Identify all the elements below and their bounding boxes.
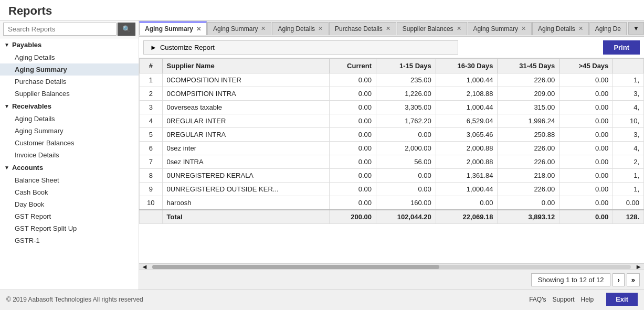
cell-gt45: 0.00 [559,128,613,142]
cell-num: 6 [140,142,163,155]
hscroll-thumb [152,265,439,269]
section-receivables[interactable]: ▼ Receivables [0,100,139,113]
cell-1-15: 2,000.00 [376,142,436,155]
cell-1-15: 160.00 [376,196,436,210]
cell-16-30: 6,529.04 [436,114,498,128]
cell-gt45: 0.00 [559,73,613,87]
cell-16-30: 2,000.88 [436,142,498,155]
footer-help-link[interactable]: Help [580,296,594,303]
accounts-arrow: ▼ [4,165,9,170]
customize-report-button[interactable]: ► Customize Report [143,40,458,55]
payables-arrow: ▼ [4,42,9,48]
tab-close-2[interactable]: ✕ [261,25,266,32]
print-button[interactable]: Print [603,40,640,55]
tab-close-1[interactable]: ✕ [196,26,201,33]
sidebar-item-invoice-details[interactable]: Invoice Details [0,149,139,161]
search-button[interactable]: 🔍 [118,23,135,36]
cell-current: 0.00 [330,169,376,183]
table-row: 3 0overseas taxable 0.00 3,305.00 1,000.… [140,101,644,114]
sidebar-item-aging-details-receivables[interactable]: Aging Details [0,113,139,125]
sidebar-item-aging-details-payables[interactable]: Aging Details [0,51,139,63]
section-accounts[interactable]: ▼ Accounts [0,161,139,174]
content-area: Aging Summary ✕ Aging Summary ✕ Aging De… [139,20,644,290]
search-bar: 🔍 [0,20,139,38]
cell-supplier-name: haroosh [162,196,330,210]
sidebar-item-customer-balances[interactable]: Customer Balances [0,137,139,149]
cell-num: 1 [140,73,163,87]
cell-supplier-name: 0REGULAR INTER [162,114,330,128]
footer-support-link[interactable]: Support [552,296,574,303]
report-toolbar: ► Customize Report Print [139,37,644,58]
cell-31-45: 226.00 [498,73,559,87]
cell-31-45: 209.00 [498,87,559,101]
tab-supplier-balances[interactable]: Supplier Balances ✕ [397,22,467,35]
accounts-label: Accounts [12,164,43,172]
customize-label: Customize Report [160,44,215,51]
cell-current: 0.00 [330,196,376,210]
section-payables[interactable]: ▼ Payables [0,38,139,51]
exit-button[interactable]: Exit [606,293,638,306]
cell-16-30: 2,108.88 [436,87,498,101]
tab-aging-de[interactable]: Aging De [589,22,627,35]
cell-supplier-name: 0COMPOSITION INTER [162,73,330,87]
cell-16-30: 1,000.44 [436,73,498,87]
cell-31-45: 226.00 [498,183,559,196]
cell-gt45: 0.00 [559,155,613,169]
tab-close-6[interactable]: ✕ [521,25,526,32]
tab-dropdown[interactable]: ▼ [628,22,644,35]
table-row: 5 0REGULAR INTRA 0.00 0.00 3,065.46 250.… [140,128,644,142]
sidebar-item-gst-report-split-up[interactable]: GST Report Split Up [0,222,139,234]
footer-faqs-link[interactable]: FAQ's [529,296,546,303]
tab-label: Aging Summary [213,25,258,33]
total-current: 200.00 [330,210,376,224]
tab-aging-summary-2[interactable]: Aging Summary ✕ [207,22,271,35]
tab-close-5[interactable]: ✕ [457,25,461,32]
table-container[interactable]: # Supplier Name Current 1-15 Days 16-30 … [139,58,644,263]
cell-31-45: 226.00 [498,155,559,169]
col-header-current: Current [330,59,376,73]
sidebar-item-gst-report[interactable]: GST Report [0,210,139,222]
tab-aging-details-1[interactable]: Aging Details ✕ [272,22,329,35]
sidebar-item-aging-summary-receivables[interactable]: Aging Summary [0,125,139,137]
tab-close-7[interactable]: ✕ [578,25,583,32]
table-hscroll[interactable]: ◄ ► [139,263,644,270]
cell-supplier-name: 0sez INTRA [162,155,330,169]
cell-current: 0.00 [330,73,376,87]
search-input[interactable] [3,23,117,36]
col-header-1-15: 1-15 Days [376,59,436,73]
sidebar-item-cash-book[interactable]: Cash Book [0,186,139,198]
sidebar-item-aging-summary-payables[interactable]: Aging Summary [0,63,139,76]
table-row: 7 0sez INTRA 0.00 56.00 2,000.88 226.00 … [140,155,644,169]
tab-aging-summary-1[interactable]: Aging Summary ✕ [139,22,207,35]
tab-aging-details-2[interactable]: Aging Details ✕ [532,22,589,35]
sidebar-item-gstr1[interactable]: GSTR-1 [0,234,139,247]
cell-num: 2 [140,87,163,101]
cell-num: 5 [140,128,163,142]
sidebar-item-purchase-details[interactable]: Purchase Details [0,76,139,88]
cell-16-30: 1,000.44 [436,101,498,114]
cell-gt45: 0.00 [559,87,613,101]
main-layout: 🔍 ▼ Payables Aging Details Aging Summary… [0,20,644,290]
tab-label: Aging De [595,25,621,33]
cell-1-15: 0.00 [376,183,436,196]
sidebar-item-day-book[interactable]: Day Book [0,198,139,210]
cell-31-45: 0.00 [498,196,559,210]
pagination-next-button[interactable]: › [613,273,624,286]
table-row: 10 haroosh 0.00 160.00 0.00 0.00 0.00 0.… [140,196,644,210]
tab-purchase-details[interactable]: Purchase Details ✕ [329,22,396,35]
cell-extra: 0.00 [613,196,644,210]
app-header: Reports [0,0,644,20]
tab-close-3[interactable]: ✕ [318,25,323,32]
pagination-info: Showing 1 to 12 of 12 [531,273,611,286]
pagination-last-button[interactable]: » [627,273,640,286]
cell-extra: 4, [613,142,644,155]
footer-copyright: © 2019 Aabasoft Technologies All rights … [6,296,143,303]
cell-1-15: 1,226.00 [376,87,436,101]
sidebar-item-balance-sheet[interactable]: Balance Sheet [0,174,139,186]
tab-aging-summary-3[interactable]: Aging Summary ✕ [468,22,532,35]
cell-16-30: 1,000.44 [436,183,498,196]
tab-close-4[interactable]: ✕ [386,25,390,32]
sidebar-item-supplier-balances[interactable]: Supplier Balances [0,88,139,100]
cell-current: 0.00 [330,87,376,101]
cell-1-15: 235.00 [376,73,436,87]
